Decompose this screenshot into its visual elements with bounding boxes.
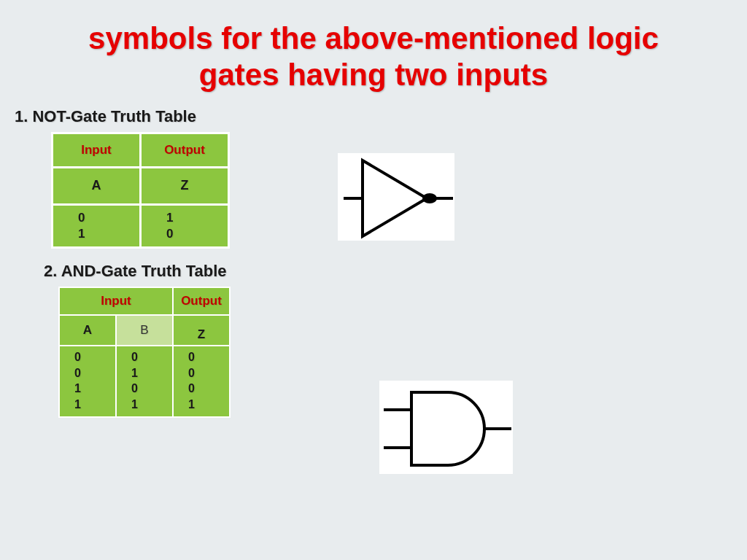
and-label-z: Z <box>174 316 229 345</box>
svg-marker-1 <box>363 160 427 236</box>
svg-point-2 <box>422 193 437 203</box>
and-label-a: A <box>60 316 115 345</box>
not-header-input: Input <box>53 134 139 166</box>
and-header-input: Input <box>60 288 172 314</box>
and-col-b: 0 1 0 1 <box>117 346 172 416</box>
page-title: symbols for the above-mentioned logic ga… <box>0 0 747 101</box>
not-label-z: Z <box>142 168 228 203</box>
and-truth-table: Input Output A B Z 0 0 1 1 0 1 0 1 0 0 0… <box>58 287 231 418</box>
not-label-a: A <box>53 168 139 203</box>
and-gate-heading: 2. AND-Gate Truth Table <box>44 262 747 281</box>
not-col-a: 0 1 <box>53 206 139 246</box>
not-gate-heading: 1. NOT-Gate Truth Table <box>15 107 747 126</box>
not-gate-symbol <box>338 153 454 241</box>
and-header-output: Output <box>174 288 229 314</box>
and-col-a: 0 0 1 1 <box>60 346 115 416</box>
and-col-z: 0 0 0 1 <box>174 346 229 416</box>
not-col-z: 1 0 <box>142 206 228 246</box>
not-truth-table: Input Output A Z 0 1 1 0 <box>51 132 230 249</box>
not-header-output: Output <box>142 134 228 166</box>
and-label-b: B <box>117 316 172 345</box>
and-gate-symbol <box>379 381 513 474</box>
